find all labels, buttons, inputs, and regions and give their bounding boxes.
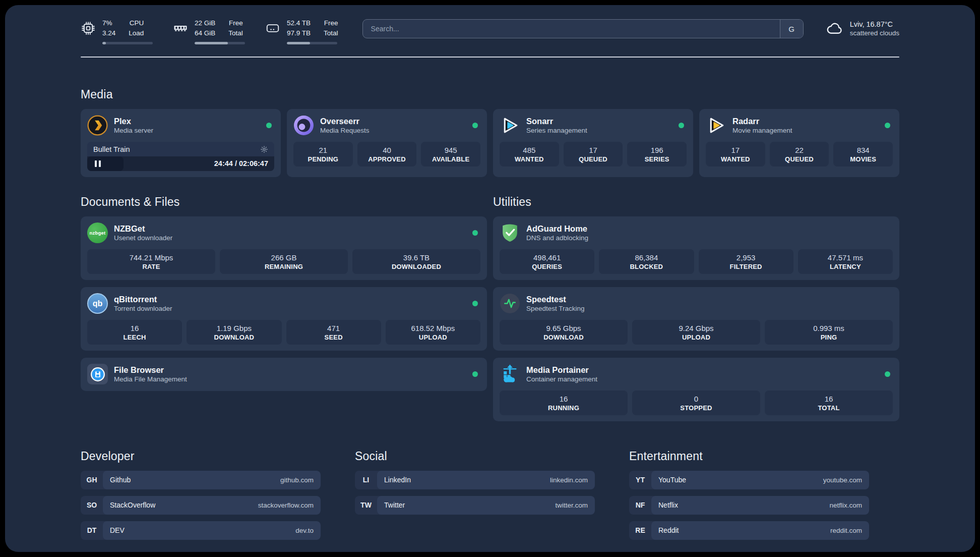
link-url: dev.to: [295, 527, 314, 534]
cpu-icon: [81, 21, 96, 36]
link-url: linkedin.com: [550, 476, 588, 484]
section-title-media: Media: [81, 88, 899, 101]
playback-progress-bar[interactable]: 24:44 / 02:06:47: [87, 156, 274, 171]
stat-download: 9.65 Gbps DOWNLOAD: [500, 320, 628, 345]
plex-subtitle: Media server: [114, 127, 153, 134]
gear-icon[interactable]: [260, 145, 268, 153]
developer-section: Developer GH Github github.com SO StackO…: [81, 450, 321, 546]
stat-pending: 21 PENDING: [293, 142, 353, 166]
link-abbr: DT: [81, 521, 103, 540]
plex-status-dot: [266, 123, 272, 128]
stat-downloaded: 39.6 TB DOWNLOADED: [352, 249, 480, 274]
stat-queries: 498,461 QUERIES: [500, 249, 594, 274]
nzbget-name: NZBGet: [114, 224, 172, 234]
stat-wanted: 485 WANTED: [500, 142, 559, 166]
stat-queued: 17 QUEUED: [564, 142, 623, 166]
qbittorrent-status-dot: [472, 301, 478, 306]
adguard-name: AdGuard Home: [526, 224, 588, 234]
filebrowser-status-dot: [472, 371, 478, 377]
stat-leech: 16 LEECH: [87, 320, 182, 345]
stat-seed: 471 SEED: [286, 320, 381, 345]
link-label: StackOverflow: [110, 501, 155, 509]
sonarr-subtitle: Series management: [526, 127, 587, 134]
sonarr-card[interactable]: Sonarr Series management 485 WANTED 17 Q…: [493, 109, 693, 177]
link-abbr: GH: [81, 471, 103, 489]
nzbget-status-dot: [472, 230, 478, 236]
overseerr-subtitle: Media Requests: [320, 127, 370, 134]
overseerr-status-dot: [472, 123, 478, 128]
weather-widget[interactable]: Lviv, 16.87°C scattered clouds: [826, 19, 899, 37]
plex-card[interactable]: Plex Media server Bullet Train 24:44 / 0…: [81, 109, 281, 177]
qbittorrent-card[interactable]: qb qBittorrent Torrent downloader 16 LEE…: [81, 287, 487, 351]
link-label: Twitter: [384, 501, 405, 509]
search-engine-button[interactable]: G: [780, 20, 803, 38]
link-label: YouTube: [658, 476, 686, 484]
cpu-values: 7% 3.24: [102, 18, 115, 39]
plex-icon: [87, 115, 108, 136]
radarr-card[interactable]: Radarr Movie management 17 WANTED 22 QUE…: [699, 109, 899, 177]
storage-labels: Free Total: [324, 18, 338, 39]
stat-total: 16 TOTAL: [765, 391, 893, 415]
overseerr-card[interactable]: Overseerr Media Requests 21 PENDING 40 A…: [287, 109, 487, 177]
section-title-developer: Developer: [81, 450, 321, 463]
header-divider: [81, 57, 899, 58]
speedtest-name: Speedtest: [526, 295, 585, 304]
media-grid: Plex Media server Bullet Train 24:44 / 0…: [81, 109, 899, 177]
overseerr-name: Overseerr: [320, 117, 370, 126]
link-url: stackoverflow.com: [258, 502, 314, 509]
link-label: Github: [110, 476, 131, 484]
stat-ping: 0.993 ms PING: [765, 320, 893, 345]
plex-name: Plex: [114, 117, 153, 126]
link-abbr: YT: [629, 471, 651, 489]
radarr-status-dot: [885, 123, 890, 128]
dashboard: 7% 3.24 CPU Load: [5, 5, 975, 552]
link-youtube[interactable]: YT YouTube youtube.com: [629, 471, 869, 489]
stat-approved: 40 APPROVED: [357, 142, 417, 166]
sonarr-icon: [500, 115, 520, 136]
plex-now-playing: Bullet Train 24:44 / 02:06:47: [87, 142, 274, 171]
filebrowser-name: File Browser: [114, 365, 187, 375]
stat-available: 945 AVAILABLE: [421, 142, 480, 166]
header: 7% 3.24 CPU Load: [81, 18, 899, 44]
disk-icon: [265, 21, 280, 36]
stat-filtered: 2,953 FILTERED: [699, 249, 793, 274]
link-dev[interactable]: DT DEV dev.to: [81, 521, 321, 540]
nzbget-card[interactable]: nzbget NZBGet Usenet downloader 744.21 M…: [81, 216, 487, 280]
link-twitter[interactable]: TW Twitter twitter.com: [355, 496, 595, 515]
speedtest-card[interactable]: Speedtest Speedtest Tracking 9.65 Gbps D…: [493, 287, 899, 351]
nzbget-icon: nzbget: [87, 222, 108, 243]
link-reddit[interactable]: RE Reddit reddit.com: [629, 521, 869, 540]
link-netflix[interactable]: NF Netflix netflix.com: [629, 496, 869, 515]
pause-button[interactable]: [87, 156, 124, 171]
qbittorrent-icon: qb: [87, 293, 108, 314]
storage-progress-bar: [287, 42, 337, 44]
adguard-card[interactable]: AdGuard Home DNS and adblocking 498,461 …: [493, 216, 899, 280]
storage-values: 52.4 TB 97.9 TB: [287, 18, 311, 39]
nzbget-subtitle: Usenet downloader: [114, 234, 172, 242]
section-title-utilities: Utilities: [493, 195, 899, 209]
memory-stat: 22 GiB 64 GiB Free Total: [173, 18, 245, 44]
playback-time: 24:44 / 02:06:47: [214, 159, 268, 168]
link-linkedin[interactable]: LI LinkedIn linkedin.com: [355, 471, 595, 489]
now-playing-title: Bullet Train: [93, 145, 130, 153]
entertainment-section: Entertainment YT YouTube youtube.com NF …: [629, 450, 869, 546]
overseerr-icon: [293, 115, 314, 136]
search-input[interactable]: [363, 20, 780, 38]
qbittorrent-subtitle: Torrent downloader: [114, 305, 172, 312]
adguard-subtitle: DNS and adblocking: [526, 234, 588, 242]
memory-labels: Free Total: [228, 18, 243, 39]
stat-blocked: 86,384 BLOCKED: [599, 249, 694, 274]
speedtest-subtitle: Speedtest Tracking: [526, 305, 585, 312]
filebrowser-icon: [87, 364, 108, 384]
radarr-icon: [706, 115, 726, 136]
portainer-status-dot: [885, 371, 890, 377]
link-abbr: LI: [355, 471, 377, 489]
portainer-card[interactable]: Media Portainer Container management 16 …: [493, 358, 899, 421]
link-github[interactable]: GH Github github.com: [81, 471, 321, 489]
link-url: reddit.com: [830, 527, 862, 534]
cpu-stat: 7% 3.24 CPU Load: [81, 18, 153, 44]
cloud-icon: [826, 19, 844, 37]
link-stackoverflow[interactable]: SO StackOverflow stackoverflow.com: [81, 496, 321, 515]
link-url: twitter.com: [555, 502, 588, 509]
filebrowser-card[interactable]: File Browser Media File Management: [81, 358, 487, 391]
